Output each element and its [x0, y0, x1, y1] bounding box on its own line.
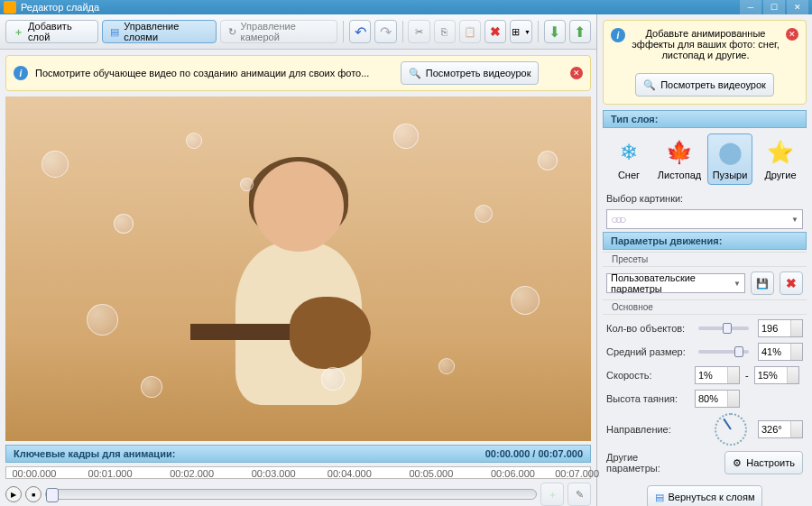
count-slider[interactable] [698, 327, 749, 330]
video-icon: 🔍 [643, 79, 656, 91]
bubble-preview-icon: ○○○ [611, 212, 623, 226]
leaf-icon: 🍁 [665, 138, 694, 167]
bubble-icon: ⬤ [715, 138, 744, 167]
delete-button[interactable]: ✖ [484, 20, 506, 43]
play-button[interactable]: ▶ [5, 486, 22, 502]
melt-spinner[interactable]: 80%▲▼ [695, 390, 740, 408]
size-spinner[interactable]: 41%▲▼ [758, 343, 803, 361]
motion-params-header: Параметры движения: [603, 232, 807, 250]
type-bubbles[interactable]: ⬤Пузыри [707, 133, 752, 185]
photo-subject [172, 152, 425, 432]
cut-button[interactable]: ✂ [408, 20, 429, 43]
watch-tutorial-button[interactable]: 🔍 Посмотреть видеоурок [401, 61, 540, 85]
delete-preset-button[interactable]: ✖ [780, 271, 803, 295]
cut-icon: ✂ [415, 26, 423, 38]
info-icon: i [14, 66, 28, 80]
delete-icon: ✖ [786, 276, 797, 290]
manage-camera-button[interactable]: ↻ Управление камерой [220, 20, 338, 43]
layers-icon: ▤ [655, 492, 664, 503]
down-button[interactable]: ⬇ [544, 20, 566, 43]
chevron-down-icon: ▼ [524, 29, 531, 35]
back-to-layers-button[interactable]: ▤ Вернуться к слоям [647, 485, 763, 506]
layer-type-row: ❄Снег 🍁Листопад ⬤Пузыри ⭐Другие [597, 128, 812, 190]
app-icon [4, 1, 16, 14]
paste-icon: 📋 [464, 26, 476, 38]
timeline-header: Ключевые кадры для анимации: 00:00.000 /… [5, 445, 591, 463]
speed-label: Скорость: [606, 370, 689, 381]
slide-canvas[interactable] [5, 97, 591, 441]
add-layer-button[interactable]: ＋ Добавить слой [5, 20, 98, 43]
tutorial-hint: i Посмотрите обучающее видео по созданию… [5, 55, 591, 91]
size-slider[interactable] [698, 350, 749, 354]
plus-icon: ＋ [14, 25, 23, 39]
manage-layers-button[interactable]: ▤ Управление слоями [102, 20, 216, 43]
close-button[interactable]: ✕ [787, 0, 808, 14]
info-icon: i [611, 28, 625, 42]
arrow-down-icon: ⬇ [549, 23, 560, 41]
copy-button[interactable]: ⎘ [434, 20, 456, 43]
paste-button[interactable]: 📋 [459, 20, 481, 43]
add-keyframe-button[interactable]: ＋ [540, 483, 564, 506]
redo-button[interactable]: ↷ [374, 20, 396, 43]
timeline-slider[interactable] [45, 489, 537, 500]
maximize-button[interactable]: ☐ [763, 0, 785, 14]
main-group-label: Основное [603, 299, 807, 315]
redo-icon: ↷ [380, 23, 392, 41]
timeline: 00:00.000 00:01.000 00:02.000 00:03.000 … [5, 466, 591, 506]
configure-button[interactable]: ⚙ Настроить [724, 451, 803, 474]
type-other[interactable]: ⭐Другие [758, 133, 803, 185]
count-spinner[interactable]: 196▲▼ [758, 319, 803, 337]
main-toolbar: ＋ Добавить слой ▤ Управление слоями ↻ Уп… [0, 14, 596, 50]
layer-type-header: Тип слоя: [603, 110, 807, 128]
direction-label: Направление: [606, 424, 689, 435]
size-label: Средний размер: [606, 346, 689, 357]
melt-label: Высота таяния: [606, 393, 689, 404]
speed-from-spinner[interactable]: 1%▲▼ [695, 366, 740, 384]
arrow-up-icon: ⬆ [574, 23, 586, 41]
gear-icon: ⚙ [733, 457, 742, 469]
time-total: 00:07.000 [538, 448, 583, 459]
play-icon: ▶ [11, 491, 16, 499]
direction-dial[interactable] [715, 413, 747, 446]
snowflake-icon: ❄ [614, 138, 643, 167]
layers-icon: ▤ [110, 26, 119, 38]
close-hint-button[interactable]: ✕ [786, 28, 798, 41]
pick-image-label: Выбор картинки: [606, 193, 689, 204]
camera-icon: ↻ [228, 26, 236, 38]
type-leaves[interactable]: 🍁Листопад [657, 133, 702, 185]
time-current: 00:00.000 [485, 448, 531, 459]
presets-group-label: Пресеты [603, 252, 807, 267]
edit-keyframe-button[interactable]: ✎ [567, 483, 591, 506]
copy-icon: ⎘ [441, 26, 448, 37]
watch-tutorial-button[interactable]: 🔍 Посмотреть видеоурок [635, 73, 774, 97]
minimize-button[interactable]: ─ [740, 0, 761, 14]
plus-icon: ＋ [548, 488, 558, 501]
separator [402, 21, 403, 42]
close-hint-button[interactable]: ✕ [570, 67, 583, 79]
save-preset-button[interactable]: 💾 [751, 271, 774, 295]
grid-button[interactable]: ⊞▼ [510, 20, 531, 43]
pencil-icon: ✎ [576, 489, 584, 501]
hint-text: Добавьте анимированные эффекты для ваших… [631, 28, 780, 60]
slider-thumb[interactable] [46, 488, 59, 502]
hint-text: Посмотрите обучающее видео по созданию а… [35, 68, 369, 78]
preset-combo[interactable]: Пользовательские параметры [606, 273, 745, 293]
undo-button[interactable]: ↶ [349, 20, 371, 43]
type-snow[interactable]: ❄Снег [606, 133, 651, 185]
direction-spinner[interactable]: 326°▲▼ [758, 420, 803, 438]
stop-button[interactable]: ■ [25, 486, 42, 502]
stop-icon: ■ [32, 492, 35, 498]
separator [538, 21, 539, 42]
titlebar: Редактор слайда ─ ☐ ✕ [0, 0, 812, 14]
undo-icon: ↶ [355, 23, 366, 41]
up-button[interactable]: ⬆ [569, 20, 591, 43]
separator [343, 21, 344, 42]
image-picker-combo[interactable]: ○○○ [606, 209, 803, 229]
speed-to-spinner[interactable]: 15%▲▼ [754, 366, 799, 384]
timeline-ruler[interactable]: 00:00.000 00:01.000 00:02.000 00:03.000 … [5, 466, 591, 479]
star-icon: ⭐ [766, 138, 795, 167]
other-params-label: Другие параметры: [606, 452, 689, 474]
effects-hint: i Добавьте анимированные эффекты для ваш… [603, 20, 807, 105]
count-label: Кол-во объектов: [606, 323, 689, 334]
save-icon: 💾 [756, 278, 769, 290]
